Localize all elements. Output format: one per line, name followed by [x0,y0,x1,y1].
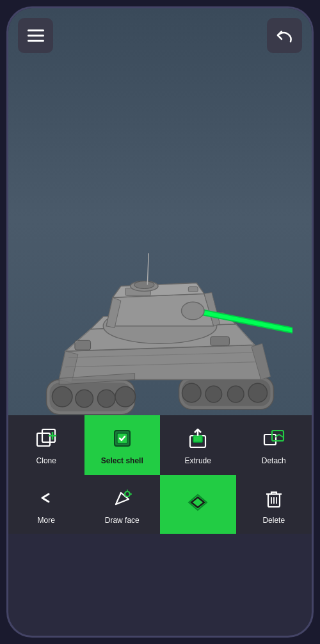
svg-point-3 [52,386,72,407]
bottom-toolbar: Clone Select shell [8,415,312,534]
clone-button[interactable]: Clone [8,415,84,475]
toolbar-row-2: More Draw face [8,475,312,534]
svg-rect-33 [193,436,202,442]
svg-point-11 [227,386,244,402]
phone-frame: Clone Select shell [6,6,314,638]
svg-point-6 [115,386,136,407]
svg-line-20 [147,253,148,285]
svg-rect-17 [188,287,198,292]
select-shell-icon [108,424,136,452]
shape-select-button[interactable] [160,475,236,534]
svg-point-23 [182,302,204,320]
select-shell-button[interactable]: Select shell [84,415,161,475]
detach-icon [260,424,288,452]
select-shell-label: Select shell [101,456,143,465]
undo-button[interactable] [267,18,302,53]
draw-face-label: Draw face [105,516,140,525]
extrude-label: Extrude [185,456,211,465]
svg-point-12 [248,383,268,402]
more-icon [32,484,60,512]
menu-button[interactable] [18,18,53,53]
more-label: More [38,516,55,525]
detach-label: Detach [262,456,286,465]
shape-select-icon [184,488,212,516]
svg-rect-25 [211,336,230,345]
svg-rect-26 [37,433,50,446]
delete-icon [260,484,288,512]
undo-icon [275,26,294,45]
svg-point-5 [97,390,115,408]
delete-button[interactable]: Delete [236,475,312,534]
detach-button[interactable]: Detach [236,415,312,475]
clone-label: Clone [36,456,56,465]
draw-face-icon [108,484,136,512]
svg-point-10 [205,386,222,402]
delete-label: Delete [262,516,285,525]
svg-point-37 [125,491,130,497]
svg-point-4 [76,390,93,408]
svg-rect-35 [264,434,276,445]
viewport: Clone Select shell [8,8,312,534]
clone-icon [32,424,60,452]
extrude-button[interactable]: Extrude [160,415,236,475]
more-button[interactable]: More [8,475,84,534]
draw-face-button[interactable]: Draw face [84,475,161,534]
svg-point-9 [182,383,202,402]
hamburger-icon [28,29,44,42]
extrude-icon [184,424,212,452]
toolbar-row-1: Clone Select shell [8,415,312,475]
top-bar [18,18,302,53]
svg-point-19 [134,281,155,289]
svg-rect-24 [75,340,91,350]
